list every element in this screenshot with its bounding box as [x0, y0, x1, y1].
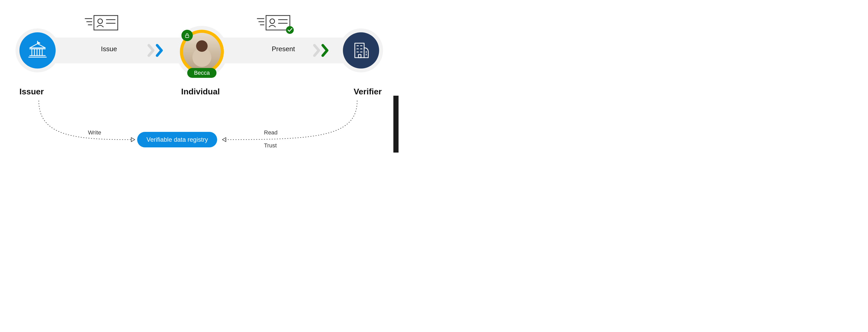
svg-rect-18: [359, 55, 361, 58]
present-flow-label: Present: [272, 45, 295, 53]
lock-icon: [184, 33, 190, 38]
issuer-entity: [16, 28, 60, 72]
chevron-right-blue-icon: [153, 44, 169, 57]
verifier-entity: [339, 28, 383, 72]
svg-rect-23: [94, 15, 118, 30]
write-label: Write: [88, 129, 101, 136]
trust-label: Trust: [264, 142, 277, 149]
svg-point-34: [286, 26, 294, 34]
individual-name-pill: Becca: [187, 68, 216, 78]
individual-entity: Becca: [176, 26, 228, 77]
svg-point-24: [98, 19, 102, 24]
individual-label: Individual: [181, 87, 220, 96]
svg-point-31: [270, 19, 275, 24]
chevron-right-green-icon: [319, 44, 334, 57]
credential-card-verified-icon: [256, 13, 295, 37]
individual-avatar-ring: Becca: [180, 30, 224, 74]
verifier-label: Verifier: [353, 87, 382, 96]
edge-strip: [393, 96, 399, 153]
registry-pill: Verifiable data registry: [137, 132, 217, 147]
office-building-icon: [351, 40, 371, 61]
lock-badge: [181, 30, 193, 41]
arrowhead-right-icon: [131, 137, 136, 142]
issuer-label: Issuer: [20, 87, 44, 96]
svg-rect-19: [186, 35, 189, 37]
issue-flow-label: Issue: [101, 45, 117, 53]
issuer-circle: [20, 32, 56, 68]
arrowhead-left-icon: [221, 137, 226, 142]
credential-card-icon: [84, 13, 120, 35]
verifier-circle: [343, 32, 379, 68]
svg-rect-30: [266, 15, 290, 30]
read-label: Read: [264, 129, 278, 136]
svg-rect-9: [355, 43, 364, 58]
government-building-icon: [27, 40, 48, 61]
